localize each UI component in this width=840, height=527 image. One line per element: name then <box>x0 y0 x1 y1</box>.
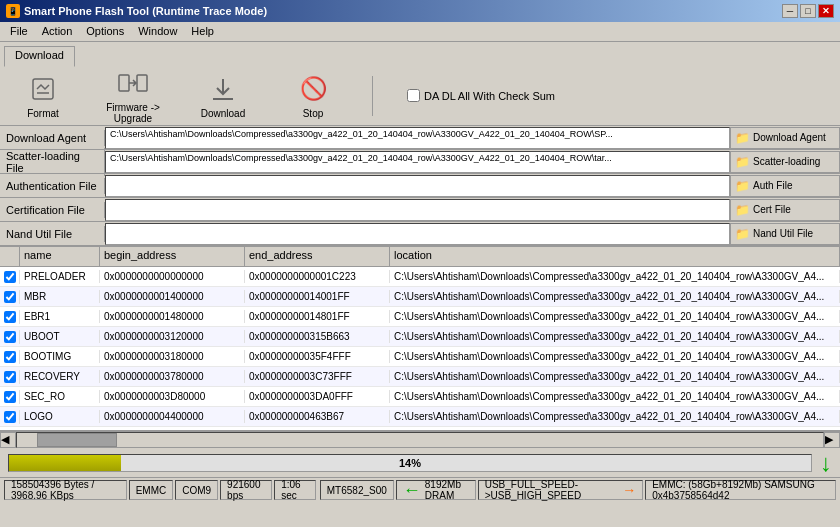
scatter-browse[interactable]: 📁 Scatter-loading <box>730 151 840 173</box>
status-storage: EMMC <box>129 480 174 500</box>
status-ram: ← 8192Mb DRAM <box>396 480 476 500</box>
file-rows-container: Download Agent C:\Users\Ahtisham\Downloa… <box>0 126 840 246</box>
folder-icon: 📁 <box>735 131 750 145</box>
cert-input[interactable] <box>105 199 730 221</box>
cert-browse[interactable]: 📁 Cert File <box>730 199 840 221</box>
row-checkbox-6[interactable] <box>0 390 20 404</box>
row-checkbox-4[interactable] <box>0 350 20 364</box>
nand-input[interactable] <box>105 223 730 245</box>
progress-arrow: ↓ <box>820 449 832 477</box>
title-bar: 📱 Smart Phone Flash Tool (Runtime Trace … <box>0 0 840 22</box>
cert-label: Certification File <box>0 202 105 218</box>
row-name-0: PRELOADER <box>20 270 100 283</box>
auth-input[interactable] <box>105 175 730 197</box>
row-end-6: 0x0000000003DA0FFF <box>245 390 390 403</box>
progress-text: 14% <box>9 455 811 471</box>
download-button[interactable]: Download <box>188 73 258 119</box>
stop-icon: 🚫 <box>297 73 329 105</box>
table-body: PRELOADER 0x0000000000000000 0x000000000… <box>0 267 840 430</box>
auth-browse[interactable]: 📁 Auth File <box>730 175 840 197</box>
firmware-button[interactable]: Firmware -> Upgrade <box>98 67 168 124</box>
app-title: Smart Phone Flash Tool (Runtime Trace Mo… <box>24 5 267 17</box>
folder-icon-4: 📁 <box>735 203 750 217</box>
table-row: RECOVERY 0x0000000003780000 0x0000000003… <box>0 367 840 387</box>
horizontal-scrollbar[interactable]: ◀ ▶ <box>0 431 840 447</box>
folder-icon-2: 📁 <box>735 155 750 169</box>
row-name-5: RECOVERY <box>20 370 100 383</box>
download-icon <box>207 73 239 105</box>
svg-rect-3 <box>137 75 147 91</box>
firmware-icon <box>117 67 149 99</box>
nand-browse[interactable]: 📁 Nand Util File <box>730 223 840 245</box>
firmware-label: Firmware -> Upgrade <box>98 102 168 124</box>
download-agent-browse[interactable]: 📁 Download Agent <box>730 127 840 149</box>
table-row: EBR1 0x0000000001480000 0x00000000014801… <box>0 307 840 327</box>
format-button[interactable]: Format <box>8 73 78 119</box>
hscroll-left[interactable]: ◀ <box>0 432 16 448</box>
row-checkbox-2[interactable] <box>0 310 20 324</box>
table-row: LOGO 0x0000000004400000 0x000000000463B6… <box>0 407 840 427</box>
menu-bar: File Action Options Window Help <box>0 22 840 42</box>
table-row: ANDROID 0x0000000005100000 0x000000003C3… <box>0 427 840 430</box>
row-end-2: 0x00000000014801FF <box>245 310 390 323</box>
tab-download[interactable]: Download <box>4 46 75 67</box>
status-emmc: EMMC: (58Gb+8192Mb) SAMSUNG 0x4b3758564d… <box>645 480 836 500</box>
row-checkbox-3[interactable] <box>0 330 20 344</box>
toolbar: Format Firmware -> Upgrade Download 🚫 St… <box>0 66 840 126</box>
th-location: location <box>390 247 840 266</box>
progress-bar: 14% <box>8 454 812 472</box>
row-checkbox-1[interactable] <box>0 290 20 304</box>
download-agent-label: Download Agent <box>0 130 105 146</box>
row-begin-6: 0x0000000003D80000 <box>100 390 245 403</box>
menu-action[interactable]: Action <box>36 24 79 39</box>
row-checkbox-8[interactable] <box>0 430 20 431</box>
row-checkbox-7[interactable] <box>0 410 20 424</box>
row-end-4: 0x00000000035F4FFF <box>245 350 390 363</box>
row-begin-7: 0x0000000004400000 <box>100 410 245 423</box>
status-bar: 158504396 Bytes / 3968.96 KBps EMMC COM9… <box>0 477 840 502</box>
row-name-6: SEC_RO <box>20 390 100 403</box>
maximize-button[interactable]: □ <box>800 4 816 18</box>
hscroll-right[interactable]: ▶ <box>824 432 840 448</box>
window-controls: ─ □ ✕ <box>782 4 834 18</box>
svg-rect-2 <box>119 75 129 91</box>
row-begin-1: 0x0000000001400000 <box>100 290 245 303</box>
row-end-3: 0x000000000315B663 <box>245 330 390 343</box>
hscroll-track[interactable] <box>16 432 824 448</box>
minimize-button[interactable]: ─ <box>782 4 798 18</box>
menu-options[interactable]: Options <box>80 24 130 39</box>
table-row: SEC_RO 0x0000000003D80000 0x0000000003DA… <box>0 387 840 407</box>
row-checkbox-5[interactable] <box>0 370 20 384</box>
download-agent-input[interactable]: C:\Users\Ahtisham\Downloads\Compressed\a… <box>105 127 730 149</box>
format-label: Format <box>27 108 59 119</box>
ram-arrow-icon: ← <box>403 480 421 501</box>
menu-help[interactable]: Help <box>185 24 220 39</box>
hscroll-thumb[interactable] <box>37 433 117 447</box>
th-end: end_address <box>245 247 390 266</box>
auth-label: Authentication File <box>0 178 105 194</box>
row-begin-3: 0x0000000003120000 <box>100 330 245 343</box>
row-checkbox-0[interactable] <box>0 270 20 284</box>
row-location-6: C:\Users\Ahtisham\Downloads\Compressed\a… <box>390 390 840 403</box>
close-button[interactable]: ✕ <box>818 4 834 18</box>
status-model: MT6582_S00 <box>320 480 394 500</box>
partition-table: name begin_address end_address location … <box>0 246 840 431</box>
th-name: name <box>20 247 100 266</box>
row-end-7: 0x000000000463B67 <box>245 410 390 423</box>
checksum-checkbox[interactable] <box>407 89 420 102</box>
checksum-label: DA DL All With Check Sum <box>424 90 555 102</box>
tab-bar: Download <box>0 42 840 66</box>
scatter-label: Scatter-loading File <box>0 148 105 176</box>
status-time: 1:06 sec <box>274 480 316 500</box>
table-row: MBR 0x0000000001400000 0x00000000014001F… <box>0 287 840 307</box>
menu-window[interactable]: Window <box>132 24 183 39</box>
row-location-2: C:\Users\Ahtisham\Downloads\Compressed\a… <box>390 310 840 323</box>
usb-arrow-icon: → <box>622 482 636 498</box>
checksum-area: DA DL All With Check Sum <box>407 89 555 102</box>
row-location-1: C:\Users\Ahtisham\Downloads\Compressed\a… <box>390 290 840 303</box>
menu-file[interactable]: File <box>4 24 34 39</box>
row-name-7: LOGO <box>20 410 100 423</box>
auth-row: Authentication File 📁 Auth File <box>0 174 840 198</box>
scatter-input[interactable]: C:\Users\Ahtisham\Downloads\Compressed\a… <box>105 151 730 173</box>
stop-button[interactable]: 🚫 Stop <box>278 73 348 119</box>
